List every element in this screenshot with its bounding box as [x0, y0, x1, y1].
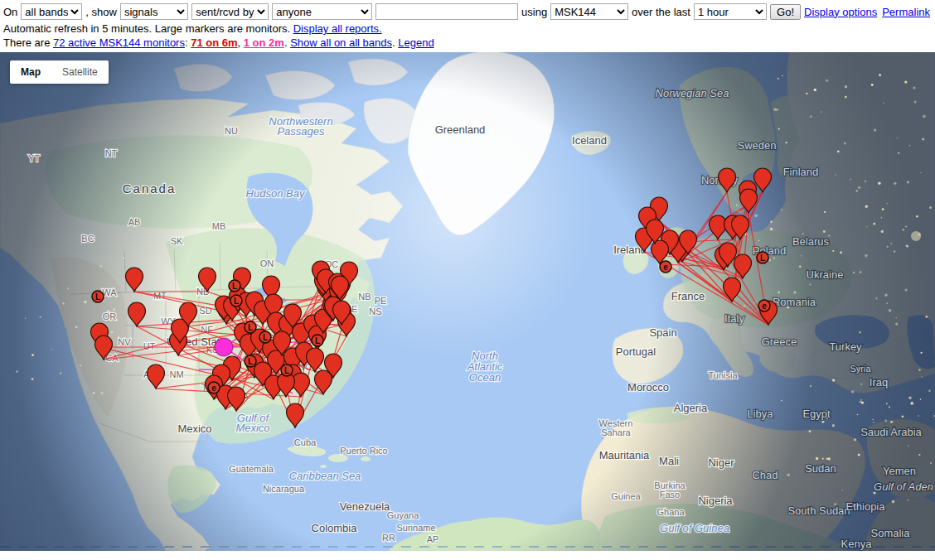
svg-text:L: L [232, 282, 237, 291]
map-label: Gulf of Aden [874, 480, 933, 493]
report-marker[interactable]: L [229, 280, 240, 292]
show-select[interactable]: signals [120, 3, 188, 20]
display-all-reports-link[interactable]: Display all reports. [293, 22, 382, 35]
map-label: Guatemala [229, 464, 274, 474]
svg-text:L: L [95, 292, 100, 302]
go-button[interactable]: Go! [770, 4, 801, 20]
map-label: Ocean [469, 371, 501, 384]
map-label: Sweden [738, 139, 777, 152]
over-label: over the last [632, 6, 690, 18]
svg-text:L: L [248, 323, 253, 332]
map-label: NS [369, 307, 381, 316]
who-select[interactable]: anyone [272, 3, 372, 20]
map-label: AB [128, 217, 141, 227]
map-label: Libya [747, 408, 773, 420]
map-label: Cuba [294, 437, 317, 447]
world-map[interactable]: CanadaUnited StatesGreenlandIcelandSwede… [0, 52, 935, 551]
monitors-status-line: There are 72 active MSK144 monitors: 71 … [0, 36, 935, 50]
report-marker[interactable]: L [259, 331, 271, 343]
map-label: Yemen [883, 465, 916, 477]
map-label: BC [81, 234, 94, 244]
map-label: Passages [277, 125, 325, 138]
active-monitors-link[interactable]: 72 active MSK144 monitors [53, 36, 185, 49]
map-label: Tunisia [708, 370, 738, 380]
map-label: OR [103, 311, 117, 321]
legend-link[interactable]: Legend [398, 36, 434, 49]
map-label: Gulf of Guinea [660, 522, 729, 534]
map-label: WA [102, 287, 117, 297]
map-label: Colombia [312, 522, 358, 534]
map-label: AP [427, 534, 439, 544]
report-marker[interactable]: e [208, 382, 220, 393]
refresh-text: Automatic refresh in 5 minutes. Large ma… [3, 22, 293, 35]
svg-text:L: L [315, 336, 320, 345]
monitors-2m-link[interactable]: 1 on 2m [244, 36, 284, 49]
map-label: Saudi Arabia [860, 426, 922, 438]
sent-rcvd-select[interactable]: sent/rcvd by [191, 3, 269, 20]
svg-text:e: e [663, 263, 668, 272]
report-marker[interactable]: L [245, 355, 256, 367]
map-label: Greenland [435, 123, 486, 136]
map-type-control: Map Satellite [10, 60, 109, 84]
map-label: Ukraine [807, 268, 844, 281]
map-label: ON [260, 258, 274, 268]
svg-text:L: L [760, 253, 765, 263]
svg-text:L: L [234, 297, 239, 306]
map-label: Hudson Bay [246, 187, 306, 200]
map-label: Ethiopia [846, 500, 886, 513]
svg-text:L: L [263, 333, 268, 342]
mode-select[interactable]: MSK144 [550, 3, 628, 20]
map-label: Iraq [870, 376, 888, 389]
map-label: France [671, 290, 705, 302]
permalink-link[interactable]: Permalink [882, 6, 930, 18]
report-marker[interactable]: e [660, 261, 671, 273]
map-label: NM [169, 369, 183, 379]
map-label: Algeria [674, 402, 708, 414]
report-marker[interactable]: L [245, 321, 256, 333]
callsign-input[interactable] [375, 3, 518, 20]
top-toolbar: On all bands , show signals sent/rcvd by… [0, 0, 935, 22]
report-marker[interactable]: L [757, 252, 768, 263]
map-label: Mexico [177, 422, 211, 435]
svg-text:e: e [211, 384, 216, 393]
report-marker[interactable]: L [312, 335, 323, 346]
map-label: NU [225, 126, 238, 136]
map-canvas[interactable]: Map Satellite [0, 52, 935, 551]
report-marker[interactable]: L [230, 295, 242, 307]
map-label: Faso [660, 490, 680, 500]
map-label: Italy [724, 312, 744, 325]
map-label: Caribbean Sea [289, 470, 361, 482]
map-label: Sahara [601, 427, 631, 437]
map-label: Guyana [387, 510, 419, 520]
map-type-satellite-button[interactable]: Satellite [51, 60, 109, 84]
map-label: Ghana [656, 507, 685, 517]
map-label: Nicaragua [263, 484, 305, 494]
map-label: Mauritania [599, 449, 650, 461]
show-all-bands-link[interactable]: Show all on all bands [290, 36, 392, 49]
map-label: Turkey [829, 340, 862, 353]
report-marker[interactable]: L [92, 291, 104, 302]
band-select[interactable]: all bands [21, 3, 82, 20]
map-label: Puerto Rico [340, 446, 387, 456]
display-options-link[interactable]: Display options [804, 6, 877, 18]
map-type-map-button[interactable]: Map [10, 60, 51, 84]
report-marker[interactable]: e [758, 300, 770, 311]
on-label: On [3, 6, 17, 18]
map-label: Morocco [627, 381, 669, 393]
monitor-marker-2m[interactable] [215, 338, 233, 356]
period-select[interactable]: 1 hour [694, 3, 767, 20]
map-label: Mali [659, 455, 679, 467]
report-marker[interactable]: L [281, 364, 293, 376]
map-label: Sudan [805, 462, 836, 475]
map-label: PE [375, 296, 387, 306]
monitors-6m-link[interactable]: 71 on 6m [191, 36, 237, 49]
map-label: MB [212, 221, 226, 231]
map-label: Chad [752, 469, 778, 481]
map-label: Nigeria [698, 495, 733, 507]
map-label: Finland [783, 166, 819, 178]
map-label: South Sudan [787, 504, 850, 517]
map-label: YT [28, 153, 40, 163]
map-label: Iceland [572, 134, 607, 147]
map-label: Venezuela [340, 500, 390, 513]
sep: , [238, 36, 244, 49]
